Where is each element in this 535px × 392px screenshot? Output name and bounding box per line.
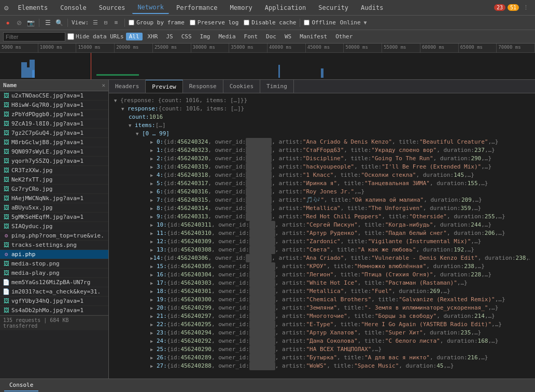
item-icon[interactable] [150,246,157,254]
filter-all[interactable]: All [126,33,143,40]
filter-xhr[interactable]: XHR [145,33,161,40]
item-icon[interactable] [150,188,157,196]
tab-cookies[interactable]: Cookies [223,80,260,93]
offline-label[interactable]: Offline [304,19,335,26]
tab-elements[interactable]: Elements [12,2,53,13]
tab-application[interactable]: Application [260,2,311,13]
item-icon[interactable] [150,312,157,320]
list-item[interactable]: 🖼Gz7ryCRo.jpg [0,185,108,194]
tab-timing[interactable]: Timing [260,80,294,93]
list-item[interactable]: ⚙ping.php?room_top=true&vie. [0,231,108,241]
item-icon[interactable] [150,362,157,370]
tab-network[interactable]: Network [132,2,169,14]
item-icon[interactable] [150,196,157,204]
item-icon[interactable] [150,171,157,179]
filter-js[interactable]: JS [163,33,176,40]
list-item[interactable]: 🖼u2xTNOaoC5E.jpg?ava=1 [0,91,108,101]
item-icon[interactable] [150,287,157,296]
hide-data-urls-label[interactable]: Hide data URLs [67,33,124,40]
item-icon[interactable] [150,204,157,213]
tab-response[interactable]: Response [183,80,223,93]
tab-console[interactable]: Console [55,2,92,13]
more-icon[interactable]: ⋮ [521,3,531,12]
list-item[interactable]: 🖼CR3TzXXw.jpg [0,166,108,175]
filter-ws[interactable]: WS [281,33,294,40]
list-item[interactable]: 📄im2031?act=a_check&key=31. [0,287,108,297]
item-icon[interactable] [150,304,157,312]
item-icon[interactable] [150,329,157,337]
tab-memory[interactable]: Memory [224,2,257,13]
json-line[interactable]: items: […] [114,121,530,130]
list-item[interactable]: 🖼yqorh7yS5ZQ.jpg?ava=1 [0,157,108,166]
filter-input[interactable] [3,32,65,41]
list-item[interactable]: 🖼5gMKSeHEqfM.jpg?ava=1 [0,213,108,222]
filter-img[interactable]: Img [197,33,214,40]
list-item[interactable]: 🖼SIAQyduc.jpg [0,222,108,231]
filter-doc[interactable]: Doc [263,33,279,40]
camera-button[interactable]: 📷 [26,18,35,27]
hide-data-urls-checkbox[interactable] [67,33,74,40]
disable-cache-label[interactable]: Disable cache [244,19,296,26]
item-icon[interactable] [150,337,157,345]
json-line[interactable]: response: {count: 1016, items: […]} [114,105,530,113]
item-icon[interactable] [150,296,157,304]
list-item[interactable]: 🖼media-stop.png [0,259,108,269]
item-icon[interactable] [150,179,157,188]
list-item[interactable]: 🖼9QN097sWyLE.jpg?ava=1 [0,147,108,157]
item-icon[interactable] [150,271,157,279]
list-item[interactable]: 🖼7gz2C7pGuQ4.jpg?ava=1 [0,129,108,138]
list-item[interactable]: 🖼M8rbGclwjB8.jpg?ava=1 [0,138,108,147]
item-icon[interactable] [150,229,157,237]
item-icon[interactable] [150,279,157,287]
item-icon[interactable] [150,262,157,271]
item-icon[interactable] [150,354,157,362]
item-icon[interactable] [150,155,157,163]
offline-checkbox[interactable] [304,20,309,25]
record-button[interactable]: ● [3,18,12,27]
close-panel-button[interactable]: ✕ [102,82,105,89]
item-icon[interactable] [150,345,157,354]
items-collapse-icon[interactable] [129,121,135,130]
collapse-icon-inner[interactable] [121,105,128,113]
list-item[interactable]: 🖼NeK2fxTT.jpg [0,175,108,185]
tab-preview[interactable]: Preview [146,80,182,93]
filter-media[interactable]: Media [215,33,238,40]
tab-security[interactable]: Security [313,2,354,13]
grid-view-icon[interactable]: ⊟ [101,18,110,27]
list-item[interactable]: 🖼vgfYUby34hQ.jpg?ava=1 [0,297,108,306]
json-line[interactable]: {response: {count: 1016, items: […]}} [114,96,530,105]
list-item[interactable]: 🖼media-play.png [0,269,108,278]
disable-cache-checkbox[interactable] [244,20,249,25]
item-icon[interactable] [150,163,157,171]
list-view-icon[interactable]: ☰ [91,18,100,27]
list-item[interactable]: 🖼HAejMWCNqNk.jpg?ava=1 [0,194,108,203]
item-icon[interactable] [150,320,157,329]
preserve-log-checkbox[interactable] [190,20,195,25]
preserve-log-label[interactable]: Preserve log [190,19,238,26]
search-button[interactable]: 🔍 [54,18,64,27]
item-icon[interactable] [150,213,157,221]
list-item[interactable]: 📄mem5YaGs126MiZpBA-UN7rg [0,278,108,287]
list-item[interactable]: 🖼aBUyu5xx.jpg [0,203,108,213]
filter-other[interactable]: Other [332,33,356,40]
list-item[interactable]: ⚙api.php [0,250,108,259]
throttle-dropdown-icon[interactable]: ▼ [364,20,367,25]
item-icon[interactable] [150,138,157,146]
filter-css[interactable]: CSS [178,33,195,40]
item-icon[interactable] [150,237,157,246]
filter-manifest[interactable]: Manifest [297,33,330,40]
json-line[interactable]: [0 … 99] [114,130,530,138]
list-item[interactable]: 🖼9ZcA19-l8I0.jpg?ava=1 [0,119,108,129]
filter-button[interactable]: ☰ [43,18,52,27]
list-item[interactable]: 🖼zPbYdPDggb0.jpg?ava=1 [0,110,108,119]
filter-font[interactable]: Font [241,33,261,40]
item-icon[interactable] [150,146,157,155]
collapse-icon[interactable] [114,96,120,105]
item-icon[interactable] [150,221,157,229]
tab-sources[interactable]: Sources [94,2,131,13]
list-item[interactable]: 🖼tracks-settings.png [0,241,108,250]
stop-button[interactable]: ⊘ [15,18,24,27]
group-by-frame-label[interactable]: Group by frame [129,19,185,26]
tab-audits[interactable]: Audits [356,2,388,13]
tab-performance[interactable]: Performance [171,2,222,13]
